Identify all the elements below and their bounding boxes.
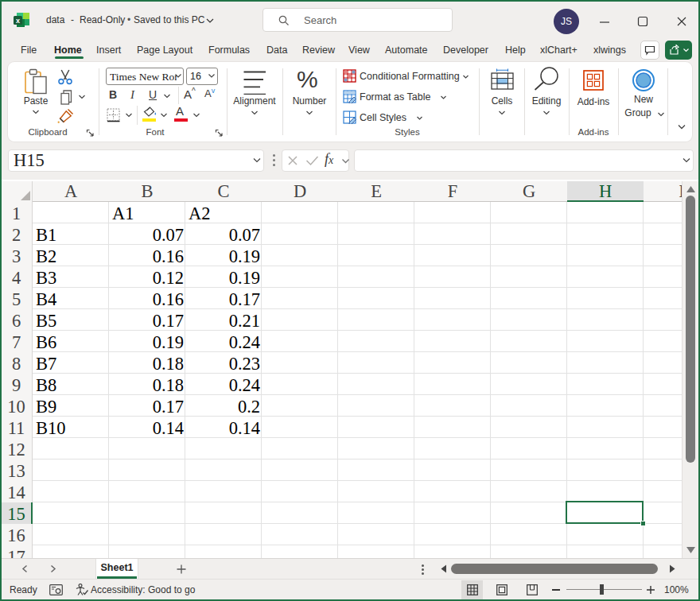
svg-text:x: x: [16, 17, 20, 25]
